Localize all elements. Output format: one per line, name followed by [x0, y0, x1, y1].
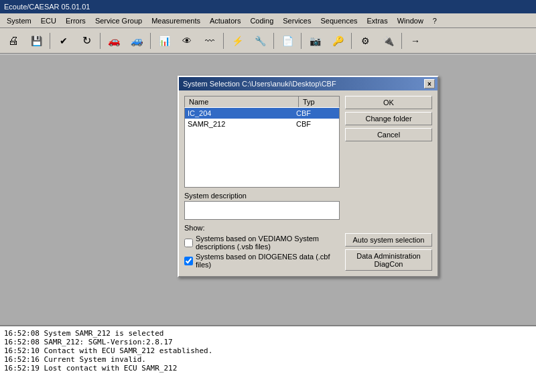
sys-desc-input[interactable] [184, 201, 340, 220]
separator-5 [273, 33, 274, 49]
list-cell-name: IC_204 [188, 109, 296, 117]
separator-8 [401, 33, 402, 49]
wrench-button[interactable]: 🔧 [249, 31, 271, 51]
dialog-close-button[interactable]: × [424, 79, 435, 88]
settings-button[interactable]: ⚙ [354, 31, 376, 51]
refresh-button[interactable]: ↻ [76, 31, 97, 51]
key-button[interactable]: 🔑 [327, 31, 348, 51]
menu-item-service-group[interactable]: Service Group [91, 15, 146, 26]
checkbox-row-diogenes: Systems based on DIOGENES data (.cbf fil… [184, 253, 340, 269]
menu-item-window[interactable]: Window [393, 15, 427, 26]
cancel-button[interactable]: Cancel [345, 128, 432, 141]
col-header-name: Name [185, 96, 299, 107]
checkbox-diogenes-label: Systems based on DIOGENES data (.cbf fil… [196, 253, 340, 269]
dialog-left-panel: Name Typ IC_204 CBF SAMR_212 CBF System … [184, 96, 340, 271]
list-item[interactable]: IC_204 CBF [185, 108, 339, 119]
list-cell-typ: CBF [296, 120, 336, 128]
dialog-titlebar: System Selection C:\Users\anuki\Desktop\… [179, 77, 438, 90]
car-icon-button[interactable]: 🚗 [103, 31, 125, 51]
menu-item-actuators[interactable]: Actuators [206, 15, 245, 26]
change-folder-button[interactable]: Change folder [345, 112, 432, 125]
arrow-button[interactable]: → [405, 31, 426, 51]
col-header-typ: Typ [299, 96, 339, 107]
dialog-right-panel: OK Change folder Cancel Auto system sele… [345, 96, 432, 271]
separator-3 [150, 33, 151, 49]
menu-item-errors[interactable]: Errors [62, 15, 90, 26]
ok-button[interactable]: OK [345, 96, 432, 109]
sys-desc-label: System description [184, 192, 340, 200]
save-button[interactable]: 💾 [25, 31, 47, 51]
toolbar: 💾 ✔ ↻ 🚗 🚙 📊 👁 〰 ⚡ 🔧 📄 📷 🔑 ⚙ 🔌 → [0, 28, 536, 54]
list-header: Name Typ [184, 96, 340, 107]
plug-button[interactable]: 🔌 [377, 31, 399, 51]
status-line: 16:52:08 SAMR_212: SGML-Version:2.8.17 [4, 338, 532, 346]
chart-button[interactable]: 📊 [153, 31, 175, 51]
separator-7 [351, 33, 352, 49]
title-text: Ecoute/CAESAR 05.01.01 [4, 3, 90, 11]
menu-item-sequences[interactable]: Sequences [316, 15, 361, 26]
bolt-button[interactable]: ⚡ [226, 31, 248, 51]
list-item[interactable]: SAMR_212 CBF [185, 119, 339, 129]
title-bar: Ecoute/CAESAR 05.01.01 [0, 0, 536, 13]
status-line: 16:52:16 Current System invalid. [4, 355, 532, 364]
check-button[interactable]: ✔ [53, 31, 74, 51]
separator-1 [50, 33, 50, 49]
menu-bar: SystemECUErrorsService GroupMeasurements… [0, 13, 536, 28]
status-line: 16:52:08 System SAMR_212 is selected [4, 329, 532, 338]
print-button[interactable] [3, 31, 24, 51]
separator-6 [301, 33, 302, 49]
menu-item-measurements[interactable]: Measurements [147, 15, 204, 26]
dialog-title: System Selection C:\Users\anuki\Desktop\… [183, 80, 336, 88]
wave-button[interactable]: 〰 [199, 31, 220, 51]
menu-item-coding[interactable]: Coding [246, 15, 277, 26]
dialog-body: Name Typ IC_204 CBF SAMR_212 CBF System … [179, 90, 438, 276]
system-list[interactable]: IC_204 CBF SAMR_212 CBF [184, 107, 340, 188]
menu-item-services[interactable]: Services [279, 15, 315, 26]
status-bar: 16:52:08 System SAMR_212 is selected16:5… [0, 325, 536, 392]
system-selection-dialog: System Selection C:\Users\anuki\Desktop\… [178, 76, 439, 277]
status-line: 16:52:10 Contact with ECU SAMR_212 estab… [4, 346, 532, 355]
menu-item-system[interactable]: System [3, 15, 36, 26]
car2-icon-button[interactable]: 🚙 [126, 31, 147, 51]
menu-item-extras[interactable]: Extras [363, 15, 392, 26]
menu-item-?[interactable]: ? [429, 15, 441, 26]
status-line: 16:52:19 Lost contact with ECU SAMR_212 [4, 364, 532, 373]
auto-system-button[interactable]: Auto system selection [345, 233, 432, 247]
list-cell-name: SAMR_212 [188, 120, 296, 128]
separator-2 [100, 33, 100, 49]
checkbox-diogenes[interactable] [184, 257, 193, 265]
menu-item-ecu[interactable]: ECU [37, 15, 60, 26]
eye-button[interactable]: 👁 [176, 31, 198, 51]
checkbox-vediamo-label: Systems based on VEDIAMO System descript… [196, 235, 340, 251]
camera-button[interactable]: 📷 [304, 31, 326, 51]
data-admin-button[interactable]: Data Administration DiagCon [345, 249, 432, 271]
checkbox-row-vediamo: Systems based on VEDIAMO System descript… [184, 235, 340, 251]
checkbox-vediamo[interactable] [184, 239, 193, 247]
list-cell-typ: CBF [296, 109, 336, 117]
show-label: Show: [184, 224, 340, 232]
separator-4 [223, 33, 224, 49]
file-button[interactable]: 📄 [277, 31, 298, 51]
